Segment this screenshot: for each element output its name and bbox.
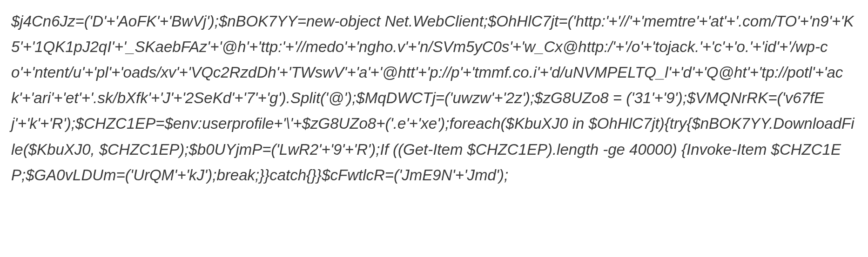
code-text: $j4Cn6Jz=('D'+'AoFK'+'BwVj');$nBOK7YY=ne…	[11, 8, 857, 188]
